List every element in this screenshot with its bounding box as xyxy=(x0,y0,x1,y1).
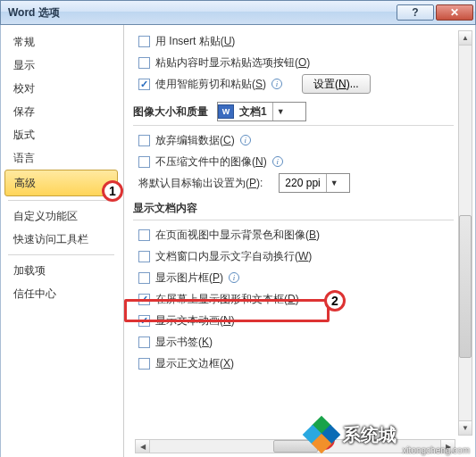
main-panel: 用 Insert 粘贴(U) 粘贴内容时显示粘贴选项按钮(O) 使用智能剪切和粘… xyxy=(124,25,475,457)
label-wrap-text: 文档窗口内显示文字自动换行(W) xyxy=(155,249,312,264)
label-show-text-animation: 显示文本动画(N) xyxy=(155,313,235,328)
sidebar-item-layout[interactable]: 版式 xyxy=(4,123,118,146)
checkbox-wrap-text[interactable] xyxy=(138,251,150,262)
scroll-right-button[interactable]: ▶ xyxy=(440,440,455,453)
checkbox-picture-placeholder[interactable] xyxy=(138,272,150,284)
checkbox-use-insert-paste[interactable] xyxy=(138,36,150,47)
sidebar-item-language[interactable]: 语言 xyxy=(4,146,118,170)
callout-2: 2 xyxy=(324,290,346,312)
label-bg-in-page-view: 在页面视图中显示背景色和图像(B) xyxy=(155,228,320,243)
sidebar-item-display[interactable]: 显示 xyxy=(4,54,118,77)
sidebar-item-customize-ribbon[interactable]: 自定义功能区 xyxy=(4,204,118,228)
title-bar: Word 选项 ? ✕ xyxy=(0,0,476,25)
help-button[interactable]: ? xyxy=(397,4,434,21)
info-icon[interactable]: i xyxy=(272,156,283,167)
window-title: Word 选项 xyxy=(8,5,60,21)
checkbox-smart-cut-paste[interactable] xyxy=(138,79,150,90)
callout-1: 1 xyxy=(102,180,123,202)
scroll-left-button[interactable]: ◀ xyxy=(136,440,150,453)
doc-select[interactable]: W 文档1 ▼ xyxy=(217,102,306,121)
settings-button[interactable]: 设置(N)... xyxy=(302,74,371,94)
word-doc-icon: W xyxy=(218,104,234,119)
info-icon[interactable]: i xyxy=(240,135,251,145)
checkbox-show-text-animation[interactable] xyxy=(138,315,150,327)
label-show-bookmarks: 显示书签(K) xyxy=(155,335,213,350)
sidebar-item-save[interactable]: 保存 xyxy=(4,100,118,123)
sidebar-item-proofing[interactable]: 校对 xyxy=(4,77,118,100)
label-discard-edit-data: 放弃编辑数据(C) xyxy=(155,133,235,148)
section-heading-image: 图像大小和质量 xyxy=(133,104,208,120)
scroll-thumb[interactable] xyxy=(459,215,472,358)
label-smart-cut-paste: 使用智能剪切和粘贴(S) xyxy=(155,77,266,92)
info-icon[interactable]: i xyxy=(229,272,239,283)
section-heading-display: 显示文档内容 xyxy=(133,194,454,220)
checkbox-show-paste-options[interactable] xyxy=(138,57,150,69)
checkbox-show-text-boundaries[interactable] xyxy=(138,358,150,370)
chevron-down-icon: ▼ xyxy=(272,103,288,120)
hscroll-thumb[interactable] xyxy=(273,440,318,453)
label-show-drawings: 在屏幕上显示图形和文本框(D) xyxy=(155,292,299,307)
scroll-up-button[interactable]: ▲ xyxy=(459,31,472,46)
scroll-down-button[interactable]: ▼ xyxy=(459,420,472,435)
info-icon[interactable]: i xyxy=(271,79,282,89)
sidebar-item-addins[interactable]: 加载项 xyxy=(4,259,118,282)
label-show-text-boundaries: 显示正文边框(X) xyxy=(155,356,234,371)
label-show-paste-options: 粘贴内容时显示粘贴选项按钮(O) xyxy=(155,55,310,71)
checkbox-show-bookmarks[interactable] xyxy=(138,337,150,348)
sidebar: 常规 显示 校对 保存 版式 语言 高级 自定义功能区 快速访问工具栏 加载项 … xyxy=(1,25,124,457)
ppi-select[interactable]: 220 ppi ▼ xyxy=(279,173,350,193)
checkbox-discard-edit-data[interactable] xyxy=(138,135,150,146)
sidebar-item-quick-access[interactable]: 快速访问工具栏 xyxy=(4,228,118,251)
sidebar-item-trust-center[interactable]: 信任中心 xyxy=(4,282,118,305)
callout-3: 3 xyxy=(313,428,335,450)
sidebar-item-advanced[interactable]: 高级 xyxy=(4,170,118,196)
vertical-scrollbar[interactable]: ▲ ▼ xyxy=(458,30,472,436)
chevron-down-icon: ▼ xyxy=(326,174,342,192)
sidebar-item-general[interactable]: 常规 xyxy=(4,30,118,54)
checkbox-no-compress[interactable] xyxy=(138,156,150,168)
horizontal-scrollbar[interactable]: ◀ ▶ xyxy=(135,439,455,453)
checkbox-show-drawings[interactable] xyxy=(138,294,150,305)
close-button[interactable]: ✕ xyxy=(436,4,473,21)
label-picture-placeholder: 显示图片框(P) xyxy=(155,270,223,286)
label-no-compress: 不压缩文件中的图像(N) xyxy=(155,154,267,170)
checkbox-bg-in-page-view[interactable] xyxy=(138,229,150,241)
label-use-insert-paste: 用 Insert 粘贴(U) xyxy=(155,34,235,49)
label-default-target-output: 将默认目标输出设置为(P): xyxy=(138,176,263,191)
